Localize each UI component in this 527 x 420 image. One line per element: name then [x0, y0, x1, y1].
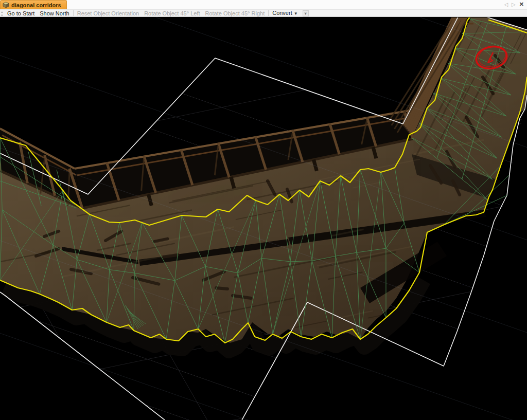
toolbar-button-rotate-object-45-left[interactable]: Rotate Object 45° Left: [142, 10, 202, 17]
toolbar-button-convert[interactable]: Convert▼: [270, 9, 300, 17]
toolbar-button-rotate-object-45-right[interactable]: Rotate Object 45° Right: [203, 10, 268, 17]
tab-nav-controls: ◁ ▷ ✕: [504, 1, 524, 8]
3d-viewport[interactable]: [0, 17, 527, 420]
toolbar: Go to StartShow NorthReset Object Orient…: [0, 9, 527, 17]
scene-canvas: [0, 17, 527, 420]
toolbar-items: Go to StartShow NorthReset Object Orient…: [5, 9, 309, 17]
toolbar-overflow-icon[interactable]: ▼: [303, 10, 309, 16]
toolbar-grip[interactable]: [1, 11, 3, 16]
toolbar-button-go-to-start[interactable]: Go to Start: [5, 10, 37, 17]
tab-bar: diagonal corridors ◁ ▷ ✕: [0, 0, 527, 9]
application-window: diagonal corridors ◁ ▷ ✕ Go to StartShow…: [0, 0, 527, 420]
nav-back-icon[interactable]: ◁: [504, 2, 508, 7]
toolbar-separator: [73, 10, 74, 16]
close-icon[interactable]: ✕: [519, 1, 524, 8]
tab-diagonal-corridors[interactable]: diagonal corridors: [0, 0, 67, 9]
toolbar-button-show-north[interactable]: Show North: [37, 10, 72, 17]
tab-label: diagonal corridors: [11, 2, 61, 8]
toolbar-button-reset-object-orientation[interactable]: Reset Object Orientation: [75, 10, 142, 17]
toolbar-separator: [268, 10, 269, 16]
cube-icon: [3, 2, 9, 8]
dropdown-caret-icon: ▼: [294, 11, 298, 16]
nav-forward-icon[interactable]: ▷: [512, 2, 516, 7]
